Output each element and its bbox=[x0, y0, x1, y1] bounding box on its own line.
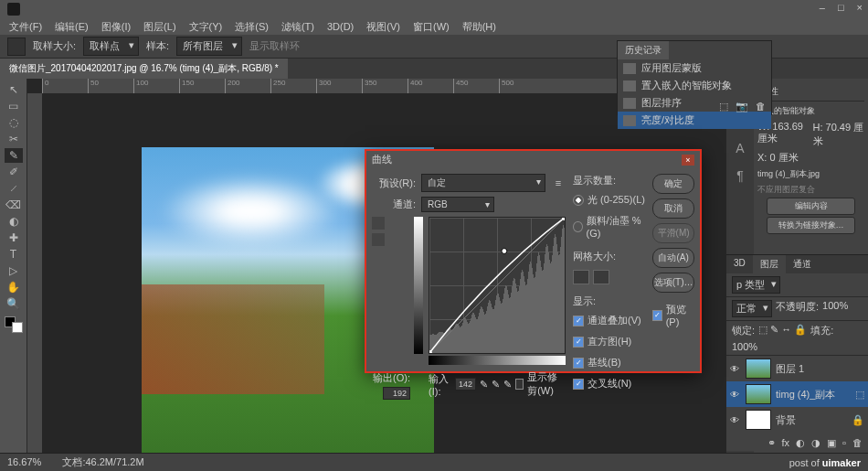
move-tool[interactable]: ↖ bbox=[5, 82, 23, 97]
eyedropper-black-icon[interactable]: ✎ bbox=[480, 379, 488, 391]
menu-3d[interactable]: 3D(D) bbox=[322, 19, 359, 34]
menu-file[interactable]: 文件(F) bbox=[4, 18, 48, 36]
eyedropper-tool[interactable]: ✎ bbox=[5, 148, 23, 163]
eraser-tool[interactable]: ⌫ bbox=[5, 198, 23, 212]
fill-value[interactable]: 100% bbox=[732, 341, 757, 352]
new-layer-icon[interactable]: ▫ bbox=[842, 437, 846, 449]
opacity-value[interactable]: 100% bbox=[822, 300, 848, 317]
history-item[interactable]: 应用图层蒙版 bbox=[618, 59, 771, 77]
edit-contents-button[interactable]: 编辑内容 bbox=[767, 198, 855, 215]
channel-overlay-checkbox[interactable]: 通道叠加(V) bbox=[573, 314, 645, 327]
gradient-tool[interactable]: ◐ bbox=[5, 214, 23, 229]
blend-mode-select[interactable]: 正常 bbox=[732, 300, 772, 317]
sample-size-select[interactable]: 取样点 bbox=[83, 37, 139, 56]
tab-layers[interactable]: 图层 bbox=[753, 255, 786, 273]
close-button[interactable]: × bbox=[857, 2, 863, 13]
menu-view[interactable]: 视图(V) bbox=[361, 18, 406, 36]
ruler-vertical bbox=[27, 93, 42, 470]
snapshot-icon[interactable]: ⬚ bbox=[719, 101, 728, 112]
menu-type[interactable]: 文字(Y) bbox=[184, 18, 228, 36]
grid-large-icon[interactable] bbox=[593, 270, 609, 284]
light-radio[interactable]: 光 (0-255)(L) bbox=[573, 193, 645, 207]
ink-radio[interactable]: 颜料/油墨 %(G) bbox=[573, 214, 645, 239]
visibility-icon[interactable]: 👁 bbox=[730, 364, 741, 374]
histogram-checkbox[interactable]: 直方图(H) bbox=[573, 335, 645, 348]
brush-tool[interactable]: ✐ bbox=[5, 165, 23, 179]
layer-name[interactable]: 图层 1 bbox=[776, 362, 804, 376]
layer-item[interactable]: 👁 背景 🔒 bbox=[726, 407, 868, 433]
grid-small-icon[interactable] bbox=[573, 270, 589, 284]
input-field[interactable]: 142 bbox=[455, 378, 476, 391]
tool-preset-icon[interactable] bbox=[7, 37, 26, 56]
output-field[interactable]: 192 bbox=[383, 387, 410, 400]
cancel-button[interactable]: 取消 bbox=[652, 198, 694, 219]
lasso-tool[interactable]: ◌ bbox=[5, 115, 23, 130]
visibility-icon[interactable]: 👁 bbox=[730, 415, 741, 425]
layers-panel: 3D 图层 通道 p 类型 正常 不透明度:100% 锁定:⬚ ✎ ↔ 🔒 填充… bbox=[726, 254, 868, 451]
preset-menu-icon[interactable]: ≡ bbox=[551, 177, 566, 188]
menu-layer[interactable]: 图层(L) bbox=[138, 18, 181, 36]
smooth-button[interactable]: 平滑(M) bbox=[652, 223, 694, 243]
curve-point-tool-icon[interactable] bbox=[372, 217, 385, 230]
text-tool[interactable]: T bbox=[5, 247, 23, 262]
intersection-checkbox[interactable]: 交叉线(N) bbox=[573, 377, 645, 391]
menu-edit[interactable]: 编辑(E) bbox=[49, 18, 94, 36]
sample-select[interactable]: 所有图层 bbox=[176, 37, 242, 56]
layer-name[interactable]: timg (4)_副本 bbox=[776, 388, 835, 401]
lock-icons[interactable]: ⬚ ✎ ↔ 🔒 bbox=[758, 324, 807, 337]
visibility-icon[interactable]: 👁 bbox=[730, 390, 741, 400]
color-swatch[interactable] bbox=[5, 316, 23, 333]
dialog-close-button[interactable]: × bbox=[682, 155, 694, 166]
curve-graph[interactable] bbox=[429, 217, 566, 354]
convert-link-button[interactable]: 转换为链接对象… bbox=[767, 217, 855, 234]
menu-select[interactable]: 选择(S) bbox=[229, 18, 274, 36]
eyedropper-white-icon[interactable]: ✎ bbox=[503, 379, 512, 391]
hand-tool[interactable]: ✋ bbox=[5, 280, 23, 294]
tab-3d[interactable]: 3D bbox=[726, 255, 753, 273]
marquee-tool[interactable]: ▭ bbox=[5, 99, 23, 113]
folder-icon[interactable]: ▣ bbox=[827, 437, 836, 449]
preset-select[interactable]: 自定 bbox=[421, 174, 545, 192]
layer-item[interactable]: 👁 图层 1 bbox=[726, 356, 868, 381]
new-snapshot-icon[interactable]: 📷 bbox=[736, 101, 748, 112]
options-button[interactable]: 选项(T)… bbox=[652, 273, 694, 293]
menu-image[interactable]: 图像(I) bbox=[96, 18, 136, 36]
history-item[interactable]: 置入嵌入的智能对象 bbox=[618, 77, 771, 94]
menu-help[interactable]: 帮助(H) bbox=[457, 18, 502, 36]
history-tab[interactable]: 历史记录 bbox=[618, 41, 669, 59]
curve-pencil-tool-icon[interactable] bbox=[372, 233, 385, 246]
layer-item[interactable]: 👁 timg (4)_副本 ⬚ bbox=[726, 381, 868, 407]
pen-tool[interactable]: ✚ bbox=[5, 230, 23, 245]
fx-icon[interactable]: fx bbox=[782, 437, 790, 449]
auto-button[interactable]: 自动(A) bbox=[652, 248, 694, 268]
adjustment-icon[interactable]: ◑ bbox=[811, 437, 820, 449]
layer-filter-select[interactable]: p 类型 bbox=[732, 276, 780, 294]
baseline-checkbox[interactable]: 基线(B) bbox=[573, 356, 645, 369]
document-tab[interactable]: 微信图片_20170404202017.jpg @ 16.7% (timg (4… bbox=[0, 59, 288, 79]
minimize-button[interactable]: – bbox=[820, 2, 825, 13]
link-icon[interactable]: ⚭ bbox=[767, 437, 776, 449]
channel-select[interactable]: RGB bbox=[421, 197, 494, 212]
trash-icon[interactable]: 🗑 bbox=[852, 437, 863, 449]
eyedropper-gray-icon[interactable]: ✎ bbox=[492, 379, 500, 391]
trash-icon[interactable]: 🗑 bbox=[756, 101, 766, 112]
show-clipping-checkbox[interactable]: 显示修剪(W) bbox=[515, 370, 566, 398]
crop-tool[interactable]: ✂ bbox=[5, 132, 23, 146]
zoom-level[interactable]: 16.67% bbox=[7, 456, 41, 467]
path-tool[interactable]: ▷ bbox=[5, 263, 23, 278]
character-panel-icon[interactable]: A bbox=[736, 141, 744, 155]
menu-window[interactable]: 窗口(W) bbox=[408, 18, 455, 36]
paragraph-panel-icon[interactable]: ¶ bbox=[736, 168, 744, 183]
menu-filter[interactable]: 滤镜(T) bbox=[276, 18, 320, 36]
history-panel: 历史记录 应用图层蒙版 置入嵌入的智能对象 图层排序 亮度/对比度 ⬚ 📷 🗑 bbox=[617, 40, 772, 115]
show-ring-checkbox[interactable]: 显示取样环 bbox=[249, 39, 300, 53]
history-item[interactable]: 亮度/对比度 bbox=[618, 112, 771, 129]
maximize-button[interactable]: □ bbox=[838, 2, 844, 13]
layer-name[interactable]: 背景 bbox=[776, 413, 796, 427]
tab-channels[interactable]: 通道 bbox=[786, 255, 819, 273]
clone-tool[interactable]: ⟋ bbox=[5, 181, 23, 196]
ok-button[interactable]: 确定 bbox=[652, 174, 694, 194]
zoom-tool[interactable]: 🔍 bbox=[5, 296, 23, 311]
mask-icon[interactable]: ◐ bbox=[796, 437, 805, 449]
preview-checkbox[interactable]: 预览(P) bbox=[652, 303, 694, 327]
